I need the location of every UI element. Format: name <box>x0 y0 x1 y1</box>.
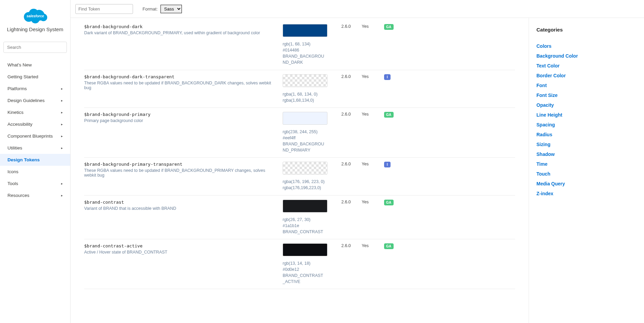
token-description: Variant of BRAND that is accessible with… <box>84 206 276 211</box>
sidebar-item-component-blueprints[interactable]: Component Blueprints▸ <box>0 130 70 142</box>
token-themeable: Yes <box>362 24 384 66</box>
token-name: $brand-contrast <box>84 200 276 205</box>
token-name: $brand-contrast-active <box>84 243 276 248</box>
status-badge: I <box>384 74 391 80</box>
category-link-shadow[interactable]: Shadow <box>536 152 637 157</box>
token-themeable: Yes <box>362 200 384 235</box>
format-label: Format: <box>143 6 158 12</box>
format-select[interactable]: Sass <box>160 5 182 13</box>
token-description: Primary page background color <box>84 118 276 123</box>
token-description: Dark variant of BRAND_BACKGROUND_PRIMARY… <box>84 31 276 35</box>
color-swatch <box>283 74 327 87</box>
category-link-media-query[interactable]: Media Query <box>536 181 637 186</box>
main-content: $brand-background-darkDark variant of BR… <box>71 18 529 323</box>
status-badge: GA <box>384 24 394 30</box>
sidebar: salesforce Lightning Design System What'… <box>0 0 71 323</box>
category-link-background-color[interactable]: Background Color <box>536 53 637 59</box>
sidebar-item-what-s-new[interactable]: What's New <box>0 59 70 71</box>
token-name: $brand-background-primary <box>84 112 276 117</box>
category-link-time[interactable]: Time <box>536 161 637 167</box>
sidebar-item-label: Getting Started <box>7 74 38 79</box>
token-row: $brand-background-primaryPrimary page ba… <box>84 108 515 158</box>
sidebar-item-label: Design Tokens <box>7 157 40 162</box>
token-themeable: Yes <box>362 243 384 285</box>
token-release: 2.6.0 <box>341 74 362 103</box>
chevron-right-icon: ▸ <box>61 182 63 185</box>
color-swatch <box>283 24 327 37</box>
token-release: 2.6.0 <box>341 200 362 235</box>
category-link-sizing[interactable]: Sizing <box>536 142 637 147</box>
status-badge: GA <box>384 243 394 249</box>
sidebar-item-resources[interactable]: Resources▸ <box>0 189 70 201</box>
token-values: rgb(1, 68, 134)#014486BRAND_BACKGROUND_D… <box>283 41 325 66</box>
sidebar-item-label: Tools <box>7 181 18 186</box>
chevron-right-icon: ▸ <box>61 146 63 150</box>
sidebar-item-getting-started[interactable]: Getting Started <box>0 71 70 83</box>
category-link-z-index[interactable]: Z-index <box>536 191 637 196</box>
token-name: $brand-background-dark <box>84 24 276 29</box>
sidebar-item-design-tokens[interactable]: Design Tokens <box>0 154 70 166</box>
token-description: Active / Hover state of BRAND_CONTRAST <box>84 250 276 255</box>
color-swatch <box>283 112 327 125</box>
token-row: $brand-background-darkDark variant of BR… <box>84 20 515 70</box>
chevron-right-icon: ▸ <box>61 194 63 197</box>
token-row: $brand-contrast-activeActive / Hover sta… <box>84 239 515 289</box>
sidebar-item-utilities[interactable]: Utilities▸ <box>0 142 70 154</box>
token-row: $brand-contrastVariant of BRAND that is … <box>84 196 515 239</box>
category-link-spacing[interactable]: Spacing <box>536 122 637 127</box>
category-link-opacity[interactable]: Opacity <box>536 102 637 108</box>
color-swatch <box>283 162 327 175</box>
token-values: rgb(26, 27, 30)#1a1b1eBRAND_CONTRAST <box>283 217 325 235</box>
token-values: rgba(1, 68, 134, 0)rgba(1,68,134,0) <box>283 91 325 103</box>
category-link-colors[interactable]: Colors <box>536 43 637 49</box>
chevron-right-icon: ▸ <box>61 99 63 102</box>
sidebar-item-design-guidelines[interactable]: Design Guidelines▸ <box>0 95 70 106</box>
token-themeable: Yes <box>362 112 384 154</box>
category-link-font[interactable]: Font <box>536 83 637 88</box>
category-link-border-color[interactable]: Border Color <box>536 73 637 78</box>
sidebar-item-platforms[interactable]: Platforms▸ <box>0 83 70 95</box>
sidebar-item-label: Utilities <box>7 145 22 150</box>
token-values: rgb(13, 14, 18)#0d0e12BRAND_CONTRAST_ACT… <box>283 260 325 285</box>
sidebar-item-tools[interactable]: Tools▸ <box>0 178 70 189</box>
salesforce-logo: salesforce <box>22 6 49 24</box>
category-link-line-height[interactable]: Line Height <box>536 112 637 118</box>
token-release: 2.6.0 <box>341 112 362 154</box>
sidebar-item-label: Kinetics <box>7 110 23 115</box>
sidebar-item-label: Component Blueprints <box>7 134 53 139</box>
token-themeable: Yes <box>362 74 384 103</box>
token-release: 2.6.0 <box>341 162 362 191</box>
topbar: Format: Sass <box>71 0 644 18</box>
category-link-radius[interactable]: Radius <box>536 132 637 137</box>
token-name: $brand-background-dark-transparent <box>84 74 276 79</box>
sidebar-item-kinetics[interactable]: Kinetics▸ <box>0 106 70 118</box>
find-token-input[interactable] <box>75 4 133 14</box>
category-link-font-size[interactable]: Font Size <box>536 93 637 98</box>
chevron-right-icon: ▸ <box>61 122 63 126</box>
token-row: $brand-background-dark-transparentThese … <box>84 70 515 108</box>
status-badge: I <box>384 162 391 167</box>
token-description: These RGBA values need to be updated if … <box>84 81 276 90</box>
sidebar-item-label: Icons <box>7 169 18 174</box>
sidebar-item-label: Platforms <box>7 86 27 91</box>
status-badge: GA <box>384 112 394 118</box>
sidebar-item-accessibility[interactable]: Accessibility▸ <box>0 118 70 130</box>
category-link-touch[interactable]: Touch <box>536 171 637 177</box>
token-values: rgba(176, 196, 223, 0)rgba(176,196,223,0… <box>283 179 325 191</box>
sidebar-item-label: Resources <box>7 193 30 198</box>
sidebar-item-label: What's New <box>7 62 32 67</box>
sidebar-item-label: Design Guidelines <box>7 98 45 103</box>
sidebar-search-input[interactable] <box>3 42 67 53</box>
categories-panel: Categories ColorsBackground ColorText Co… <box>529 18 644 323</box>
chevron-right-icon: ▸ <box>61 87 63 90</box>
brand-title: Lightning Design System <box>3 26 67 32</box>
sidebar-nav: What's NewGetting StartedPlatforms▸Desig… <box>0 59 70 201</box>
token-row: $brand-background-primary-transparentThe… <box>84 158 515 195</box>
sidebar-item-icons[interactable]: Icons <box>0 166 70 178</box>
svg-text:salesforce: salesforce <box>26 14 44 18</box>
category-link-text-color[interactable]: Text Color <box>536 63 637 68</box>
token-themeable: Yes <box>362 162 384 191</box>
token-release: 2.6.0 <box>341 24 362 66</box>
color-swatch <box>283 243 327 256</box>
color-swatch <box>283 200 327 213</box>
